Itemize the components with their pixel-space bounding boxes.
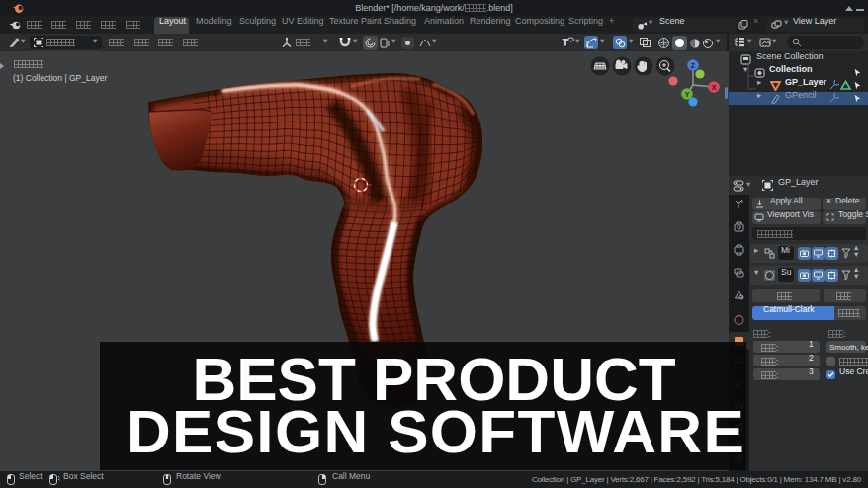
svg-text:Y: Y: [685, 91, 690, 98]
svg-text:Z: Z: [691, 62, 696, 69]
svg-text:X: X: [712, 84, 717, 91]
